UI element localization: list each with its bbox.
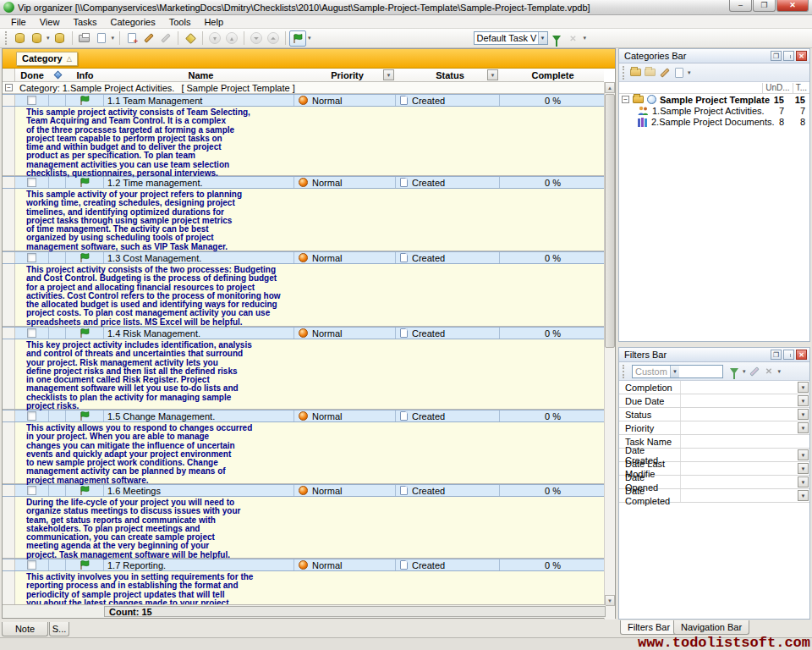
- toolbar-grip[interactable]: [5, 31, 8, 45]
- move-up-button[interactable]: ▴: [223, 30, 240, 47]
- column-name[interactable]: Name: [104, 69, 294, 81]
- categories-overflow-caret[interactable]: ▾: [688, 69, 691, 76]
- task-name[interactable]: 1.5 Change Management.: [104, 410, 294, 421]
- filter-row-status[interactable]: Status▼: [619, 408, 809, 421]
- move-bottom-button[interactable]: ⏷: [248, 30, 265, 47]
- find-category-button[interactable]: [672, 66, 686, 80]
- collapse-icon[interactable]: −: [622, 96, 629, 103]
- toolbar-grip[interactable]: [623, 365, 625, 378]
- scroll-up-arrow[interactable]: ▲: [605, 82, 615, 93]
- task-name[interactable]: 1.7 Reporting.: [104, 559, 294, 570]
- table-row[interactable]: 1.3 Cost Management. Normal Created 0 %: [3, 251, 606, 264]
- tree-item[interactable]: 1.Sample Project Activities. 7 7: [619, 105, 809, 116]
- filter-row-due-date[interactable]: Due Date▼: [619, 394, 809, 408]
- tree-root-item[interactable]: − Sample Project Template 15 15: [619, 94, 809, 105]
- pin-icon[interactable]: [783, 350, 794, 360]
- maximize-button[interactable]: ❐: [753, 0, 776, 12]
- table-row[interactable]: 1.2 Time management. Normal Created 0 %: [3, 176, 606, 189]
- menu-categories[interactable]: Categories: [105, 16, 162, 28]
- tab-s[interactable]: S...: [49, 622, 69, 636]
- done-checkbox[interactable]: [27, 178, 36, 187]
- minimize-button[interactable]: –: [729, 0, 752, 12]
- print-preview-button[interactable]: [93, 30, 110, 47]
- table-row[interactable]: 1.4 Risk Management. Normal Created 0 %: [3, 327, 606, 339]
- column-undone[interactable]: UnD...: [762, 83, 792, 93]
- column-total[interactable]: T...: [793, 83, 809, 93]
- group-by-category-chip[interactable]: Category △: [16, 52, 78, 66]
- group-row[interactable]: − Category: 1.Sample Project Activities.…: [3, 82, 606, 94]
- clear-filter-button[interactable]: ✕: [762, 365, 776, 378]
- filter-preset-dropdown[interactable]: ▼: [670, 366, 679, 377]
- edit-task-button[interactable]: [140, 30, 157, 47]
- done-checkbox[interactable]: [27, 486, 36, 495]
- filter-row-completion[interactable]: Completion▼: [619, 381, 809, 394]
- grid-vertical-scrollbar[interactable]: ▲ ▼: [604, 82, 615, 620]
- erase-filter-button[interactable]: [748, 365, 762, 378]
- close-icon[interactable]: ✕: [796, 51, 807, 61]
- chevron-down-icon[interactable]: ▼: [798, 382, 809, 393]
- tag-button[interactable]: [182, 30, 199, 47]
- chevron-down-icon[interactable]: ▼: [798, 463, 809, 474]
- menu-help[interactable]: Help: [198, 16, 229, 28]
- flag-dropdown-caret[interactable]: ▾: [308, 35, 311, 41]
- column-info[interactable]: Info: [66, 69, 104, 81]
- task-name[interactable]: 1.2 Time management.: [104, 177, 294, 188]
- open-dropdown-caret[interactable]: ▾: [47, 35, 50, 41]
- pin-icon[interactable]: [783, 51, 794, 61]
- filter-preset-combo[interactable]: Custom ▼: [632, 365, 723, 378]
- done-checkbox[interactable]: [27, 328, 36, 338]
- print-dropdown-caret[interactable]: ▾: [112, 35, 115, 41]
- chevron-down-icon[interactable]: ▼: [798, 449, 809, 460]
- toolbar-overflow-caret[interactable]: ▾: [584, 35, 587, 41]
- menu-tools[interactable]: Tools: [163, 16, 197, 28]
- task-name[interactable]: 1.4 Risk Management.: [104, 328, 294, 339]
- status-filter-button[interactable]: ▼: [487, 69, 498, 80]
- chevron-down-icon[interactable]: ▼: [798, 476, 809, 488]
- tab-note[interactable]: Note: [2, 622, 48, 636]
- flag-button[interactable]: [289, 30, 306, 47]
- new-database-button[interactable]: [11, 30, 28, 47]
- open-database-button[interactable]: [28, 30, 45, 47]
- done-checkbox[interactable]: [27, 253, 36, 262]
- table-row[interactable]: 1.7 Reporting. Normal Created 0 %: [3, 559, 606, 571]
- close-button[interactable]: ✕: [776, 0, 809, 12]
- chevron-down-icon[interactable]: ▼: [798, 422, 809, 433]
- tab-filters-bar[interactable]: Filters Bar: [620, 620, 678, 635]
- filter-row-priority[interactable]: Priority▼: [619, 421, 809, 435]
- task-view-dropdown[interactable]: ▼: [538, 32, 547, 44]
- column-done[interactable]: Done: [15, 69, 49, 81]
- column-priority[interactable]: Priority ▼: [294, 69, 396, 81]
- scrollbar-thumb[interactable]: [605, 94, 615, 348]
- chevron-down-icon[interactable]: ▼: [798, 409, 809, 420]
- filter-row-date-completed[interactable]: Date Completed▼: [619, 489, 809, 503]
- save-database-button[interactable]: [52, 30, 69, 47]
- clear-view-button[interactable]: ✕: [565, 30, 582, 47]
- column-complete[interactable]: Complete: [500, 69, 606, 81]
- collapse-icon[interactable]: −: [5, 84, 13, 91]
- task-name[interactable]: 1.1 Team Management: [104, 95, 294, 106]
- scroll-down-arrow[interactable]: ▼: [605, 595, 615, 606]
- new-subcategory-button[interactable]: [643, 66, 657, 80]
- restore-icon[interactable]: ❐: [771, 51, 782, 61]
- task-view-combo[interactable]: Default Task V ▼: [474, 31, 548, 45]
- menu-tasks[interactable]: Tasks: [67, 16, 102, 28]
- apply-filter-button[interactable]: [727, 365, 741, 378]
- task-name[interactable]: 1.6 Meetings: [104, 485, 294, 496]
- filters-overflow-caret[interactable]: ▾: [778, 368, 782, 375]
- table-row[interactable]: 1.5 Change Management. Normal Created 0 …: [3, 410, 606, 422]
- apply-view-button[interactable]: [548, 30, 565, 47]
- restore-icon[interactable]: ❐: [771, 350, 782, 360]
- column-status[interactable]: Status ▼: [396, 69, 500, 81]
- priority-filter-button[interactable]: ▼: [383, 69, 394, 80]
- done-checkbox[interactable]: [27, 411, 36, 421]
- new-task-button[interactable]: [123, 30, 140, 47]
- menu-view[interactable]: View: [34, 16, 66, 28]
- done-checkbox[interactable]: [27, 96, 36, 105]
- toolbar-grip[interactable]: [623, 66, 625, 80]
- table-row[interactable]: 1.6 Meetings Normal Created 0 %: [3, 484, 606, 497]
- close-icon[interactable]: ✕: [796, 350, 807, 360]
- tab-navigation-bar[interactable]: Navigation Bar: [673, 620, 749, 635]
- chevron-down-icon[interactable]: ▼: [798, 395, 809, 406]
- delete-task-button[interactable]: [157, 30, 174, 47]
- tree-item[interactable]: 2.Sample Project Documents. 8 8: [619, 116, 809, 127]
